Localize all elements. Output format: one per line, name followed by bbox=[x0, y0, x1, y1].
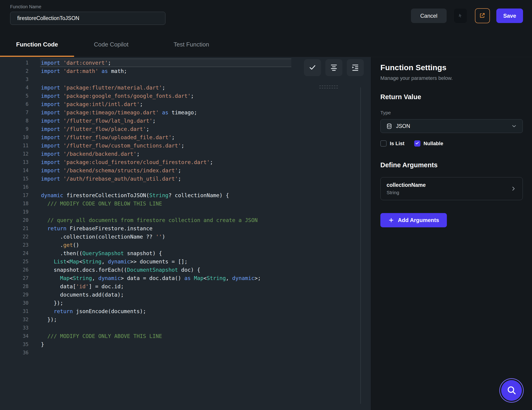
type-label: Type bbox=[380, 110, 523, 115]
tab-test-function[interactable]: Test Function bbox=[157, 32, 225, 57]
line-number: 33 bbox=[0, 324, 28, 332]
line-number: 26 bbox=[0, 266, 28, 274]
code-text: dynamic firestoreCollectionToJSON(String… bbox=[41, 191, 229, 200]
code-text: import '/flutter_flow/custom_functions.d… bbox=[41, 142, 184, 150]
code-line[interactable]: 7import 'package:timeago/timeago.dart' a… bbox=[0, 108, 371, 117]
chevron-right-icon bbox=[510, 185, 517, 192]
define-arguments-title: Define Arguments bbox=[380, 161, 523, 169]
return-type-value: JSON bbox=[396, 123, 410, 129]
line-number: 16 bbox=[0, 183, 28, 191]
code-line[interactable]: 20 // query all documents from firestore… bbox=[0, 216, 371, 224]
tab-function-code[interactable]: Function Code bbox=[0, 32, 74, 57]
is-list-checkbox[interactable] bbox=[380, 140, 387, 147]
cursor-icon-button[interactable] bbox=[454, 9, 467, 23]
tab-code-copilot[interactable]: Code Copilot bbox=[78, 32, 144, 57]
code-line[interactable]: 17dynamic firestoreCollectionToJSON(Stri… bbox=[0, 191, 371, 200]
indent-increase-icon bbox=[351, 64, 359, 72]
line-number: 32 bbox=[0, 315, 28, 324]
code-line[interactable]: 34 /// MODIFY CODE ONLY ABOVE THIS LINE bbox=[0, 332, 371, 340]
add-arguments-button[interactable]: Add Arguments bbox=[380, 213, 447, 227]
code-line[interactable]: 26 snapshot.docs.forEach((DocumentSnapsh… bbox=[0, 266, 371, 274]
function-name-input[interactable] bbox=[10, 12, 165, 25]
code-lines[interactable]: 1import 'dart:convert';2import 'dart:mat… bbox=[0, 57, 371, 357]
code-line[interactable]: 9import '/flutter_flow/place.dart'; bbox=[0, 125, 371, 133]
code-text: import 'package:google_fonts/google_font… bbox=[41, 92, 194, 100]
code-line[interactable]: 30 }); bbox=[0, 299, 371, 307]
code-line[interactable]: 19 bbox=[0, 208, 371, 216]
code-line[interactable]: 11import '/flutter_flow/custom_functions… bbox=[0, 142, 371, 150]
code-line[interactable]: 4import 'package:flutter/material.dart'; bbox=[0, 84, 371, 92]
code-line[interactable]: 18 /// MODIFY CODE ONLY BELOW THIS LINE bbox=[0, 200, 371, 208]
code-line[interactable]: 21 return FirebaseFirestore.instance bbox=[0, 224, 371, 233]
database-icon bbox=[386, 123, 392, 129]
is-list-label: Is List bbox=[390, 141, 405, 147]
code-text: Map<String, dynamic> data = doc.data() a… bbox=[41, 274, 261, 282]
check-button[interactable] bbox=[304, 59, 321, 76]
code-text: import 'package:timeago/timeago.dart' as… bbox=[41, 108, 197, 117]
code-line[interactable]: 33 bbox=[0, 324, 371, 332]
code-line[interactable]: 10import '/flutter_flow/uploaded_file.da… bbox=[0, 133, 371, 142]
line-number: 31 bbox=[0, 307, 28, 315]
code-line[interactable]: 14import '/backend/schema/structs/index.… bbox=[0, 166, 371, 175]
code-line[interactable]: 3 bbox=[0, 75, 371, 84]
line-number: 7 bbox=[0, 108, 28, 117]
code-text: return jsonEncode(documents); bbox=[41, 307, 146, 315]
code-line[interactable]: 22 .collection(collectionName ?? '') bbox=[0, 233, 371, 241]
search-fab[interactable] bbox=[501, 380, 522, 401]
code-text: .collection(collectionName ?? '') bbox=[41, 233, 165, 241]
line-number: 21 bbox=[0, 224, 28, 233]
argument-card[interactable]: collectionName String bbox=[380, 177, 523, 200]
line-number: 29 bbox=[0, 291, 28, 299]
line-number: 18 bbox=[0, 200, 28, 208]
code-line[interactable]: 16 bbox=[0, 183, 371, 191]
line-number: 28 bbox=[0, 282, 28, 291]
code-line[interactable]: 8import '/flutter_flow/lat_lng.dart'; bbox=[0, 117, 371, 125]
code-line[interactable]: 6import 'package:intl/intl.dart'; bbox=[0, 100, 371, 108]
plus-icon bbox=[388, 217, 394, 223]
nullable-checkbox[interactable] bbox=[414, 140, 420, 147]
return-type-dropdown[interactable]: JSON bbox=[380, 119, 523, 133]
editor-scrollbar[interactable] bbox=[360, 87, 361, 404]
argument-type: String bbox=[387, 190, 426, 195]
code-line[interactable]: 27 Map<String, dynamic> data = doc.data(… bbox=[0, 274, 371, 282]
line-number: 17 bbox=[0, 191, 28, 200]
line-number: 25 bbox=[0, 257, 28, 266]
code-line[interactable]: 35} bbox=[0, 340, 371, 349]
indent-button[interactable] bbox=[347, 59, 364, 76]
line-number: 8 bbox=[0, 117, 28, 125]
code-line[interactable]: 5import 'package:google_fonts/google_fon… bbox=[0, 92, 371, 100]
code-line[interactable]: 32 }); bbox=[0, 315, 371, 324]
magnifier-icon bbox=[507, 385, 516, 396]
code-text: }); bbox=[41, 315, 57, 324]
code-line[interactable]: 29 documents.add(data); bbox=[0, 291, 371, 299]
code-line[interactable]: 36 bbox=[0, 349, 371, 357]
code-line[interactable]: 31 return jsonEncode(documents); bbox=[0, 307, 371, 315]
format-align-button[interactable] bbox=[325, 59, 342, 76]
code-line[interactable]: 13import 'package:cloud_firestore/cloud_… bbox=[0, 158, 371, 166]
format-align-icon bbox=[330, 64, 338, 72]
code-text: } bbox=[41, 340, 44, 349]
editor-decoration bbox=[319, 86, 338, 88]
code-editor[interactable]: 1import 'dart:convert';2import 'dart:mat… bbox=[0, 57, 371, 410]
line-number: 5 bbox=[0, 92, 28, 100]
code-line[interactable]: 15import '/auth/firebase_auth/auth_util.… bbox=[0, 175, 371, 183]
code-text: import 'dart:math' as math; bbox=[41, 67, 127, 75]
line-number: 2 bbox=[0, 67, 28, 75]
code-line[interactable]: 23 .get() bbox=[0, 241, 371, 249]
open-external-button[interactable] bbox=[475, 8, 490, 23]
save-button[interactable]: Save bbox=[496, 9, 523, 23]
code-line[interactable]: 12import '/backend/backend.dart'; bbox=[0, 150, 371, 158]
line-number: 36 bbox=[0, 349, 28, 357]
line-number: 12 bbox=[0, 150, 28, 158]
code-text: import '/backend/backend.dart'; bbox=[41, 150, 140, 158]
code-text: .then((QuerySnapshot snapshot) { bbox=[41, 249, 162, 257]
code-line[interactable]: 24 .then((QuerySnapshot snapshot) { bbox=[0, 249, 371, 257]
code-line[interactable]: 28 data['id'] = doc.id; bbox=[0, 282, 371, 291]
cancel-button[interactable]: Cancel bbox=[411, 9, 447, 23]
line-number: 1 bbox=[0, 59, 28, 67]
check-icon bbox=[415, 141, 419, 146]
check-icon bbox=[309, 64, 316, 72]
code-text: import '/backend/schema/structs/index.da… bbox=[41, 166, 181, 175]
line-number: 10 bbox=[0, 133, 28, 142]
code-line[interactable]: 25 List<Map<String, dynamic>> documents … bbox=[0, 257, 371, 266]
